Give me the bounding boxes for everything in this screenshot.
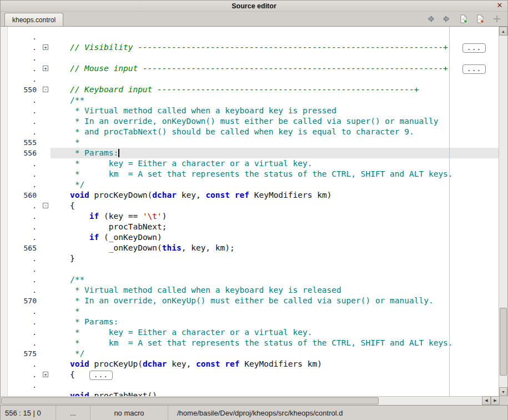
code-line[interactable]: . /** [8, 274, 499, 285]
code-line[interactable]: 575 */ [8, 348, 499, 359]
line-number[interactable]: . [8, 264, 38, 274]
vertical-scroll-track[interactable] [499, 36, 507, 387]
line-number[interactable]: . [8, 327, 38, 338]
line-number[interactable]: . [8, 391, 38, 396]
vertical-scroll-thumb[interactable] [500, 308, 507, 376]
line-number[interactable]: 550 [8, 84, 38, 95]
close-button[interactable]: ✕ [495, 1, 504, 10]
line-number[interactable]: . [8, 317, 38, 327]
code-line[interactable]: 556 * Params: [8, 148, 499, 158]
code-line[interactable]: . * Params: [8, 317, 499, 327]
code-line[interactable]: . * In an override, onKeyDown() must eit… [8, 116, 499, 127]
line-number[interactable]: . [8, 42, 38, 53]
collapsed-fold-box[interactable]: ... [89, 371, 113, 380]
line-number[interactable]: . [8, 32, 38, 42]
line-number[interactable]: . [8, 201, 38, 211]
scroll-up-button[interactable]: ▲ [499, 27, 507, 36]
line-number[interactable]: . [8, 232, 38, 243]
left-arrow-icon: ◀ [485, 398, 487, 403]
code-line[interactable]: . if (key == '\t') [8, 211, 499, 222]
save-file-as-button[interactable] [475, 14, 485, 24]
fold-collapse-icon[interactable]: - [43, 203, 48, 208]
line-number[interactable]: 556 [8, 148, 38, 158]
code-line[interactable]: 555 * [8, 137, 499, 148]
code-line[interactable]: . * and procTabNext() should be called w… [8, 127, 499, 137]
code-line[interactable]: . [8, 32, 499, 42]
line-number[interactable]: . [8, 222, 38, 232]
code-line[interactable]: . * [8, 306, 499, 317]
editor-surface[interactable]: ..+ // Visibility ----------------------… [1, 27, 499, 396]
fold-gutter [38, 380, 51, 391]
text-caret [118, 149, 119, 157]
line-number[interactable]: . [8, 127, 38, 137]
line-number[interactable]: . [8, 253, 38, 264]
code-line[interactable]: 550- // Keyboard input -----------------… [8, 84, 499, 95]
scroll-down-button[interactable]: ▼ [499, 387, 507, 396]
line-number[interactable]: . [8, 116, 38, 127]
line-number[interactable]: . [8, 95, 38, 106]
code-line[interactable]: .+ {... [8, 369, 499, 380]
line-number[interactable]: . [8, 63, 38, 74]
code-line[interactable]: 570 * In an override, onKeyUp() must eit… [8, 296, 499, 306]
code-line[interactable]: .- { [8, 201, 499, 211]
code-line[interactable]: . procTabNext; [8, 222, 499, 232]
line-number[interactable]: . [8, 211, 38, 222]
tab-kheops-control[interactable]: kheops.control [4, 13, 63, 26]
code-text: void procKeyDown(dchar key, const ref Ke… [51, 190, 499, 201]
code-line[interactable]: . void procTabNext() [8, 391, 499, 396]
horizontal-scrollbar[interactable]: ◀ ▶ [1, 396, 507, 405]
code-line[interactable]: .+ // Visibility -----------------------… [8, 42, 499, 53]
line-number[interactable]: . [8, 380, 38, 391]
code-line[interactable]: . [8, 380, 499, 391]
code-line[interactable]: . * Virtual method called when a keyboar… [8, 285, 499, 296]
code-line[interactable]: . /** [8, 95, 499, 106]
line-number[interactable]: . [8, 74, 38, 84]
line-number[interactable]: . [8, 169, 38, 179]
horizontal-scroll-track[interactable] [1, 396, 482, 405]
code-line[interactable]: 560 void procKeyDown(dchar key, const re… [8, 190, 499, 201]
line-number[interactable]: 555 [8, 137, 38, 148]
line-number[interactable]: . [8, 179, 38, 190]
scroll-left-button[interactable]: ◀ [482, 396, 491, 405]
line-number[interactable]: . [8, 53, 38, 63]
save-file-button[interactable] [459, 14, 469, 24]
line-number[interactable]: 575 [8, 348, 38, 359]
line-number[interactable]: . [8, 158, 38, 169]
line-number[interactable]: . [8, 359, 38, 369]
collapsed-fold-box[interactable]: ... [462, 64, 486, 74]
line-number[interactable]: . [8, 306, 38, 317]
code-line[interactable]: . if (_onKeyDown) [8, 232, 499, 243]
fold-expand-icon[interactable]: + [43, 66, 48, 71]
line-number[interactable]: . [8, 285, 38, 296]
collapsed-fold-box[interactable]: ... [462, 43, 486, 53]
line-number[interactable]: 560 [8, 190, 38, 201]
code-line[interactable]: . * km = A set that represents the statu… [8, 338, 499, 348]
line-number[interactable]: . [8, 274, 38, 285]
code-line[interactable]: . } [8, 253, 499, 264]
vertical-scrollbar[interactable]: ▲ ▼ [499, 27, 507, 396]
code-line[interactable]: . [8, 264, 499, 274]
line-number[interactable]: . [8, 369, 38, 380]
detach-editor-button[interactable] [492, 14, 502, 24]
go-forward-button[interactable] [442, 14, 452, 24]
fold-collapse-icon[interactable]: - [43, 87, 48, 92]
code-line[interactable]: . * key = Either a character or a virtua… [8, 327, 499, 338]
code-line[interactable]: . * key = Either a character or a virtua… [8, 158, 499, 169]
fold-expand-icon[interactable]: + [43, 44, 48, 50]
line-number[interactable]: . [8, 106, 38, 116]
go-back-button[interactable] [425, 14, 435, 24]
line-number[interactable]: 570 [8, 296, 38, 306]
horizontal-scroll-thumb[interactable] [1, 397, 379, 404]
code-line[interactable]: . */ [8, 179, 499, 190]
code-line[interactable]: . * Virtual method called when a keyboar… [8, 106, 499, 116]
line-number[interactable]: . [8, 338, 38, 348]
code-line[interactable]: 565 _onKeyDown(this, key, km); [8, 243, 499, 253]
scroll-right-button[interactable]: ▶ [491, 396, 500, 405]
line-number[interactable]: 565 [8, 243, 38, 253]
code-line[interactable]: . * km = A set that represents the statu… [8, 169, 499, 179]
code-line[interactable]: . void procKeyUp(dchar key, const ref Ke… [8, 359, 499, 369]
code-line[interactable]: . [8, 74, 499, 84]
fold-expand-icon[interactable]: + [43, 372, 48, 377]
code-line[interactable]: .+ // Mouse input ----------------------… [8, 63, 499, 74]
code-line[interactable]: . [8, 53, 499, 63]
